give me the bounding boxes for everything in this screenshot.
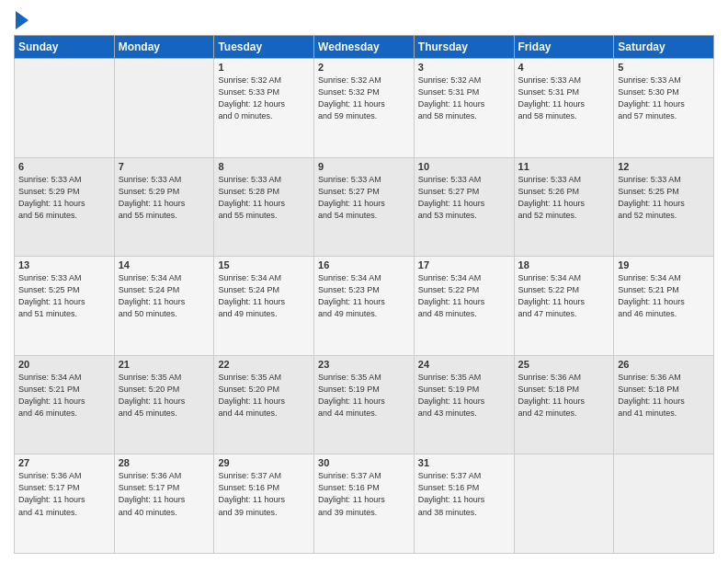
week-row-5: 27Sunrise: 5:36 AMSunset: 5:17 PMDayligh… [15,454,714,554]
logo-triangle-icon [16,11,28,29]
day-cell [614,454,714,554]
day-cell: 17Sunrise: 5:34 AMSunset: 5:22 PMDayligh… [414,257,514,356]
day-info: Sunrise: 5:34 AMSunset: 5:23 PMDaylight:… [318,272,410,320]
day-cell: 24Sunrise: 5:35 AMSunset: 5:19 PMDayligh… [414,355,514,454]
day-number: 11 [518,161,610,172]
day-number: 30 [318,457,410,468]
day-cell: 12Sunrise: 5:33 AMSunset: 5:25 PMDayligh… [614,157,714,257]
day-cell: 8Sunrise: 5:33 AMSunset: 5:28 PMDaylight… [214,157,314,257]
logo [14,13,28,29]
day-cell: 26Sunrise: 5:36 AMSunset: 5:18 PMDayligh… [614,355,714,454]
day-number: 12 [618,161,710,172]
day-number: 16 [318,259,410,270]
day-info: Sunrise: 5:33 AMSunset: 5:29 PMDaylight:… [18,174,110,222]
week-row-4: 20Sunrise: 5:34 AMSunset: 5:21 PMDayligh… [15,355,714,454]
day-cell: 28Sunrise: 5:36 AMSunset: 5:17 PMDayligh… [114,454,214,554]
day-number: 15 [218,259,310,270]
day-cell: 6Sunrise: 5:33 AMSunset: 5:29 PMDaylight… [15,157,115,257]
day-cell: 3Sunrise: 5:32 AMSunset: 5:31 PMDaylight… [414,59,514,158]
day-info: Sunrise: 5:35 AMSunset: 5:20 PMDaylight:… [119,372,210,419]
week-row-2: 6Sunrise: 5:33 AMSunset: 5:29 PMDaylight… [15,157,714,257]
calendar-header: SundayMondayTuesdayWednesdayThursdayFrid… [15,36,714,59]
day-info: Sunrise: 5:32 AMSunset: 5:32 PMDaylight:… [318,75,410,122]
day-cell: 9Sunrise: 5:33 AMSunset: 5:27 PMDaylight… [314,157,415,257]
header-row: SundayMondayTuesdayWednesdayThursdayFrid… [15,36,714,59]
day-info: Sunrise: 5:37 AMSunset: 5:16 PMDaylight:… [318,470,410,518]
header [14,9,714,29]
day-info: Sunrise: 5:34 AMSunset: 5:21 PMDaylight:… [18,372,110,419]
day-info: Sunrise: 5:34 AMSunset: 5:22 PMDaylight:… [418,272,510,320]
day-cell: 19Sunrise: 5:34 AMSunset: 5:21 PMDayligh… [614,257,714,356]
day-cell: 27Sunrise: 5:36 AMSunset: 5:17 PMDayligh… [15,454,115,554]
day-cell: 7Sunrise: 5:33 AMSunset: 5:29 PMDaylight… [114,157,214,257]
day-cell: 16Sunrise: 5:34 AMSunset: 5:23 PMDayligh… [314,257,415,356]
day-info: Sunrise: 5:33 AMSunset: 5:28 PMDaylight:… [218,174,310,222]
day-cell: 1Sunrise: 5:32 AMSunset: 5:33 PMDaylight… [214,59,314,158]
day-number: 17 [418,259,510,270]
day-number: 18 [518,259,610,270]
header-cell-monday: Monday [114,36,214,59]
day-number: 4 [518,62,610,73]
day-info: Sunrise: 5:34 AMSunset: 5:22 PMDaylight:… [518,272,610,320]
day-cell: 21Sunrise: 5:35 AMSunset: 5:20 PMDayligh… [114,355,214,454]
day-number: 24 [418,359,510,370]
week-row-1: 1Sunrise: 5:32 AMSunset: 5:33 PMDaylight… [15,59,714,158]
day-number: 1 [218,62,310,73]
day-info: Sunrise: 5:33 AMSunset: 5:31 PMDaylight:… [518,75,610,122]
day-number: 22 [218,359,310,370]
day-info: Sunrise: 5:33 AMSunset: 5:29 PMDaylight:… [119,174,210,222]
day-number: 6 [18,161,110,172]
day-info: Sunrise: 5:36 AMSunset: 5:18 PMDaylight:… [518,372,610,419]
calendar-table: SundayMondayTuesdayWednesdayThursdayFrid… [14,35,714,554]
day-cell: 30Sunrise: 5:37 AMSunset: 5:16 PMDayligh… [314,454,415,554]
day-number: 20 [18,359,110,370]
day-cell: 13Sunrise: 5:33 AMSunset: 5:25 PMDayligh… [15,257,115,356]
day-info: Sunrise: 5:32 AMSunset: 5:31 PMDaylight:… [418,75,510,122]
day-number: 31 [418,457,510,468]
day-cell: 14Sunrise: 5:34 AMSunset: 5:24 PMDayligh… [114,257,214,356]
header-cell-tuesday: Tuesday [214,36,314,59]
day-number: 9 [318,161,410,172]
day-number: 13 [18,259,110,270]
day-info: Sunrise: 5:36 AMSunset: 5:17 PMDaylight:… [18,470,110,518]
day-cell [514,454,614,554]
day-cell: 11Sunrise: 5:33 AMSunset: 5:26 PMDayligh… [514,157,614,257]
day-info: Sunrise: 5:33 AMSunset: 5:25 PMDaylight:… [18,272,110,320]
day-number: 7 [119,161,210,172]
day-number: 25 [518,359,610,370]
day-info: Sunrise: 5:34 AMSunset: 5:24 PMDaylight:… [218,272,310,320]
day-cell: 23Sunrise: 5:35 AMSunset: 5:19 PMDayligh… [314,355,415,454]
day-number: 2 [318,62,410,73]
header-cell-wednesday: Wednesday [314,36,415,59]
day-cell: 18Sunrise: 5:34 AMSunset: 5:22 PMDayligh… [514,257,614,356]
day-info: Sunrise: 5:37 AMSunset: 5:16 PMDaylight:… [218,470,310,518]
day-number: 8 [218,161,310,172]
day-number: 14 [119,259,210,270]
day-cell: 20Sunrise: 5:34 AMSunset: 5:21 PMDayligh… [15,355,115,454]
day-info: Sunrise: 5:33 AMSunset: 5:25 PMDaylight:… [618,174,710,222]
day-cell: 5Sunrise: 5:33 AMSunset: 5:30 PMDaylight… [614,59,714,158]
day-info: Sunrise: 5:33 AMSunset: 5:27 PMDaylight:… [318,174,410,222]
header-cell-sunday: Sunday [15,36,115,59]
day-info: Sunrise: 5:33 AMSunset: 5:30 PMDaylight:… [618,75,710,122]
day-info: Sunrise: 5:36 AMSunset: 5:18 PMDaylight:… [618,372,710,419]
day-number: 3 [418,62,510,73]
day-number: 26 [618,359,710,370]
day-number: 21 [119,359,210,370]
day-number: 19 [618,259,710,270]
day-info: Sunrise: 5:36 AMSunset: 5:17 PMDaylight:… [119,470,210,518]
day-info: Sunrise: 5:33 AMSunset: 5:26 PMDaylight:… [518,174,610,222]
day-info: Sunrise: 5:34 AMSunset: 5:21 PMDaylight:… [618,272,710,320]
page: SundayMondayTuesdayWednesdayThursdayFrid… [0,0,728,563]
day-number: 23 [318,359,410,370]
calendar-body: 1Sunrise: 5:32 AMSunset: 5:33 PMDaylight… [15,59,714,554]
day-cell [15,59,115,158]
day-cell: 31Sunrise: 5:37 AMSunset: 5:16 PMDayligh… [414,454,514,554]
day-cell [114,59,214,158]
header-cell-thursday: Thursday [414,36,514,59]
day-info: Sunrise: 5:35 AMSunset: 5:20 PMDaylight:… [218,372,310,419]
day-cell: 22Sunrise: 5:35 AMSunset: 5:20 PMDayligh… [214,355,314,454]
day-number: 29 [218,457,310,468]
day-info: Sunrise: 5:35 AMSunset: 5:19 PMDaylight:… [418,372,510,419]
week-row-3: 13Sunrise: 5:33 AMSunset: 5:25 PMDayligh… [15,257,714,356]
